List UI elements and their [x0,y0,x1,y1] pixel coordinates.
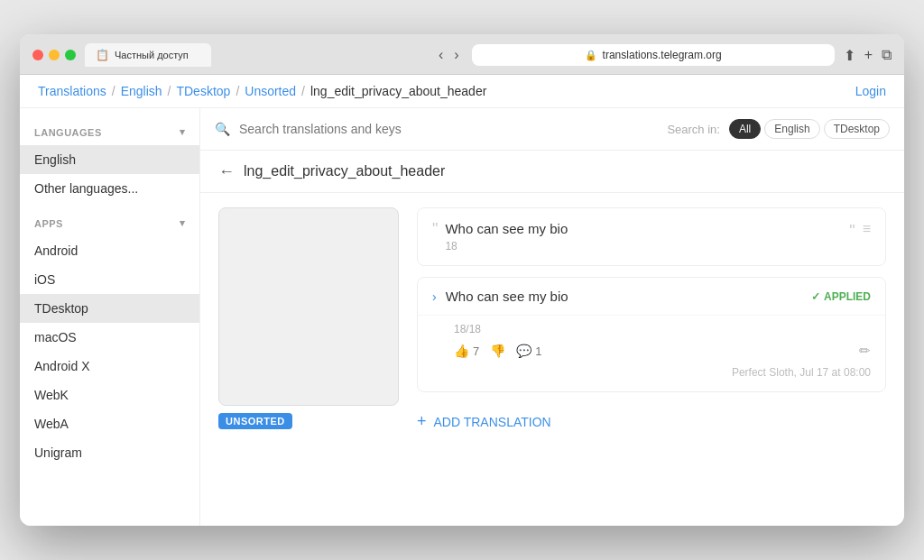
nav-buttons: ‹ › [435,46,463,64]
sidebar-item-weba[interactable]: WebA [20,409,199,438]
translations-panel: " Who can see my bio 18 " ≡ [417,207,886,511]
browser-window: 📋 Частный доступ ‹ › 🔒 translations.tele… [20,34,904,526]
expanded-count: 18/18 [432,316,871,343]
back-button[interactable]: ‹ [435,46,447,64]
forward-button[interactable]: › [450,46,462,64]
like-group: 👍 7 [454,344,479,358]
page: Translations / English / TDesktop / Unso… [20,75,904,526]
applied-label: APPLIED [824,290,871,303]
sidebar: LANGUAGES ▾ English Other languages... A… [20,108,200,526]
chevron-right-icon: › [432,289,437,304]
search-pill-all[interactable]: All [729,119,761,139]
main-layout: LANGUAGES ▾ English Other languages... A… [20,108,904,526]
unsorted-badge: UNSORTED [218,413,292,429]
expanded-translation-text: Who can see my bio [446,289,802,304]
close-traffic-light[interactable] [32,50,43,60]
search-bar: 🔍 Search in: All English TDesktop [200,108,904,151]
breadcrumb-unsorted[interactable]: Unsorted [245,84,296,98]
quote-left-icon: " [432,221,438,237]
translation-card: " Who can see my bio 18 " ≡ [417,207,886,266]
sidebar-item-android-x[interactable]: Android X [20,352,199,381]
check-icon: ✓ [811,290,820,303]
top-bar: Translations / English / TDesktop / Unso… [20,75,904,108]
fullscreen-traffic-light[interactable] [65,50,76,60]
content-header: ← lng_edit_privacy_about_header [200,151,904,193]
breadcrumb-tdesktop[interactable]: TDesktop [176,84,230,98]
content-body: UNSORTED " Who can see my bio 18 [200,193,904,526]
meta-text: Perfect Sloth, Jul 17 at 08:00 [432,359,871,379]
search-pill-tdesktop[interactable]: TDesktop [824,119,890,139]
new-tab-icon[interactable]: + [864,47,873,63]
tab-page-icon: 📋 [96,49,109,61]
english-label: English [34,152,76,167]
sidebar-item-english[interactable]: English [20,145,199,174]
search-pill-english[interactable]: English [764,119,819,139]
sidebar-item-android[interactable]: Android [20,236,199,265]
sidebar-item-ios[interactable]: iOS [20,265,199,294]
translation-main: " Who can see my bio 18 " ≡ [418,208,885,265]
sep1: / [112,84,116,98]
comment-count: 1 [535,344,541,358]
translation-text-block: Who can see my bio 18 [445,221,842,252]
traffic-lights [32,50,76,60]
search-in-label: Search in: [667,123,720,136]
dislike-group: 👎 [490,344,505,358]
sidebar-item-macos[interactable]: macOS [20,323,199,352]
edit-icon[interactable]: ✏ [859,343,871,359]
breadcrumb-translations[interactable]: Translations [38,84,106,98]
tab-bar: 📋 Частный доступ [85,43,426,67]
apps-chevron-down-icon: ▾ [180,217,186,229]
comment-group: 💬 1 [516,344,541,358]
breadcrumb-english[interactable]: English [121,84,162,98]
expanded-body: 18/18 👍 7 👎 [418,315,885,391]
lock-icon: 🔒 [585,50,597,61]
browser-tab[interactable]: 📋 Частный доступ [85,43,211,67]
sep2: / [168,84,171,98]
thumbs-up-icon[interactable]: 👍 [454,344,469,358]
content-area: 🔍 Search in: All English TDesktop ← lng_… [200,108,904,526]
preview-image [218,207,399,406]
add-translation-label: ADD TRANSLATION [434,415,551,429]
search-input[interactable] [239,122,658,136]
expanded-actions: 👍 7 👎 💬 1 [432,343,871,359]
sidebar-divider [20,203,199,214]
quote-right-icon: " [849,223,855,239]
sidebar-item-tdesktop[interactable]: TDesktop [20,294,199,323]
sidebar-item-webk[interactable]: WebK [20,381,199,409]
translation-expanded: › Who can see my bio ✓ APPLIED 18/18 [417,277,886,392]
sep3: / [236,84,239,98]
expanded-header[interactable]: › Who can see my bio ✓ APPLIED [418,278,885,315]
share-icon[interactable]: ⬆ [844,47,855,64]
plus-icon: + [417,412,427,431]
translation-text: Who can see my bio [445,221,842,236]
preview-box: UNSORTED [218,207,399,511]
login-button[interactable]: Login [855,84,886,98]
search-pills: All English TDesktop [729,119,890,139]
languages-section-header[interactable]: LANGUAGES ▾ [20,123,199,145]
tab-label: Частный доступ [115,50,189,60]
chrome-actions: ⬆ + ⧉ [844,47,892,64]
translation-count: 18 [445,240,842,252]
breadcrumb-current: lng_edit_privacy_about_header [310,84,486,98]
add-translation-button[interactable]: + ADD TRANSLATION [417,403,886,440]
comment-icon[interactable]: 💬 [516,344,531,358]
languages-label: LANGUAGES [34,127,102,138]
applied-badge: ✓ APPLIED [811,290,871,303]
breadcrumb: Translations / English / TDesktop / Unso… [38,84,486,98]
thumbs-down-icon[interactable]: 👎 [490,344,505,358]
sep4: / [301,84,305,98]
sidebar-item-other-languages[interactable]: Other languages... [20,174,199,203]
apps-label: APPS [34,218,63,229]
menu-icon[interactable]: ≡ [863,221,871,237]
other-languages-label: Other languages... [34,181,138,196]
back-button[interactable]: ← [218,163,235,179]
minimize-traffic-light[interactable] [49,50,60,60]
apps-section-header[interactable]: APPS ▾ [20,214,199,236]
sidebar-item-unigram[interactable]: Unigram [20,438,199,467]
address-bar[interactable]: 🔒 translations.telegram.org [472,44,835,66]
address-text: translations.telegram.org [603,49,722,61]
chevron-down-icon: ▾ [180,126,186,138]
search-icon: 🔍 [215,122,230,136]
like-count: 7 [473,344,479,358]
tabs-icon[interactable]: ⧉ [882,47,892,63]
